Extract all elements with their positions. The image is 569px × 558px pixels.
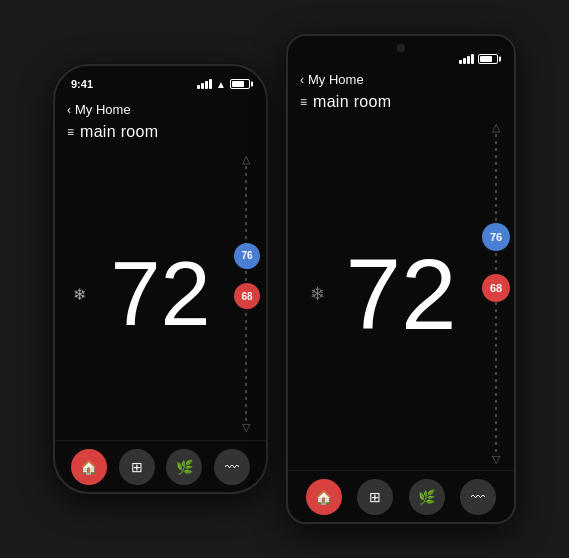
- back-arrow-icon-android[interactable]: ‹: [300, 73, 304, 87]
- signal-bar-1: [459, 60, 462, 64]
- nav-waves-button[interactable]: 〰: [214, 449, 250, 485]
- rail-track-android[interactable]: 76 68: [486, 134, 506, 453]
- nav-header-android: ‹ My Home: [288, 68, 514, 91]
- status-icons-android: [459, 54, 498, 64]
- signal-bar-3: [205, 81, 208, 89]
- nav-grid-button-android[interactable]: ⊞: [357, 479, 393, 515]
- rail-down-arrow-icon[interactable]: ▽: [242, 421, 250, 440]
- signal-bars-icon-android: [459, 54, 474, 64]
- temperature-display: 72: [110, 249, 210, 339]
- signal-bar-4: [209, 79, 212, 89]
- signal-bar-2: [463, 58, 466, 64]
- room-header: ≡ main room: [55, 121, 266, 147]
- back-arrow-icon[interactable]: ‹: [67, 103, 71, 117]
- signal-bars-icon: [197, 79, 212, 89]
- rail-up-arrow-icon-android[interactable]: △: [492, 117, 500, 134]
- nav-leaf-button[interactable]: 🌿: [166, 449, 202, 485]
- temperature-rail-android[interactable]: △ 76 68 ▽: [486, 117, 506, 470]
- nav-leaf-button-android[interactable]: 🌿: [409, 479, 445, 515]
- hamburger-icon-android[interactable]: ≡: [300, 95, 307, 109]
- status-icons: ▲: [197, 79, 250, 90]
- snowflake-icon-android: ❄: [310, 283, 325, 305]
- android-camera: [397, 44, 405, 52]
- status-bar-android: [288, 36, 514, 68]
- signal-bar-4: [471, 54, 474, 64]
- cool-setpoint-badge-android[interactable]: 76: [482, 223, 510, 251]
- signal-bar-2: [201, 83, 204, 89]
- rail-down-arrow-icon-android[interactable]: ▽: [492, 453, 500, 470]
- cool-setpoint-badge[interactable]: 76: [234, 243, 260, 269]
- iphone-device: 9:41 ▲ ‹ My Home ≡ main room ❄ 72: [53, 64, 268, 494]
- main-content: ❄ 72 △ 76 68 ▽: [55, 147, 266, 440]
- iphone-notch: [121, 66, 201, 88]
- room-header-android: ≡ main room: [288, 91, 514, 117]
- nav-home-button-android[interactable]: 🏠: [306, 479, 342, 515]
- battery-icon: [230, 79, 250, 89]
- bottom-nav-android: 🏠 ⊞ 🌿 〰: [288, 470, 514, 522]
- temperature-display-android: 72: [345, 244, 456, 344]
- snowflake-icon: ❄: [73, 284, 86, 303]
- nav-back-label[interactable]: My Home: [75, 102, 131, 117]
- status-time: 9:41: [71, 78, 93, 90]
- room-title: main room: [80, 123, 158, 141]
- heat-setpoint-badge[interactable]: 68: [234, 283, 260, 309]
- rail-track[interactable]: 76 68: [236, 166, 256, 421]
- battery-fill-android: [480, 56, 492, 62]
- battery-fill: [232, 81, 244, 87]
- nav-waves-button-android[interactable]: 〰: [460, 479, 496, 515]
- bottom-nav: 🏠 ⊞ 🌿 〰: [55, 440, 266, 492]
- hamburger-icon[interactable]: ≡: [67, 125, 74, 139]
- room-title-android: main room: [313, 93, 391, 111]
- signal-bar-1: [197, 85, 200, 89]
- rail-up-arrow-icon[interactable]: △: [242, 147, 250, 166]
- nav-back-label-android[interactable]: My Home: [308, 72, 364, 87]
- android-device: ‹ My Home ≡ main room ❄ 72 △ 76 68 ▽ 🏠 ⊞…: [286, 34, 516, 524]
- signal-bar-3: [467, 56, 470, 64]
- heat-setpoint-badge-android[interactable]: 68: [482, 274, 510, 302]
- battery-icon-android: [478, 54, 498, 64]
- main-content-android: ❄ 72 △ 76 68 ▽: [288, 117, 514, 470]
- nav-grid-button[interactable]: ⊞: [119, 449, 155, 485]
- nav-home-button[interactable]: 🏠: [71, 449, 107, 485]
- temperature-rail[interactable]: △ 76 68 ▽: [236, 147, 256, 440]
- nav-header: ‹ My Home: [55, 98, 266, 121]
- wifi-icon: ▲: [216, 79, 226, 90]
